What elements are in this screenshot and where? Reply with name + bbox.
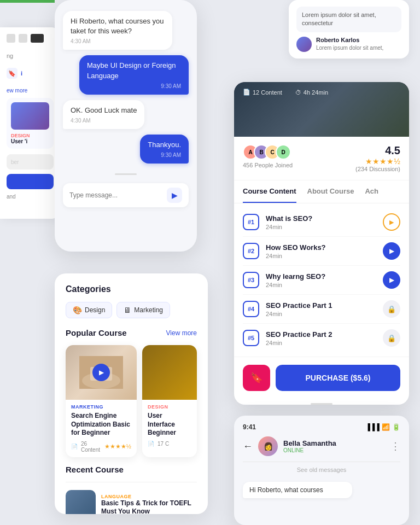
- rating-block: 4.5 ★★★★½ (234 Discussion): [355, 144, 400, 172]
- msg-text-4: Thankyou.: [148, 140, 181, 150]
- purchase-button[interactable]: PURCHASE ($5.6): [276, 365, 400, 391]
- tab-achievements[interactable]: Ach: [365, 180, 378, 203]
- duration-badge: ⏱ 4h 24min: [295, 89, 328, 96]
- screen-container: ng 🔖 i ew more DESIGN User 'i ber and Hi…: [0, 0, 420, 525]
- course-item-1: #1 What is SEO? 24min ▶: [243, 208, 400, 237]
- content-count-badge: 📄 12 Content: [243, 89, 282, 96]
- item-title-1: What is SEO?: [266, 214, 376, 223]
- item-duration-5: 24min: [266, 340, 376, 346]
- design-icon: 🎨: [73, 306, 82, 314]
- course-cards-row: ▶ MARKETING Search Engine Optimization B…: [66, 345, 197, 457]
- item-action-lock-5: 🔒: [383, 329, 400, 347]
- rating-stars: ★★★★½: [355, 157, 400, 166]
- item-number-1: #1: [243, 214, 259, 230]
- fragment-input[interactable]: ber: [7, 154, 54, 170]
- msg-text-2: Maybe UI Design or Foreign Language: [87, 61, 181, 80]
- nav-icon: 🔖: [7, 68, 18, 79]
- popular-course-title: Popular Course: [66, 328, 127, 337]
- msg-text-3: OK. Good Luck mate: [71, 106, 137, 115]
- books-image: [142, 345, 197, 400]
- view-more-fragment[interactable]: ew more: [7, 88, 54, 94]
- item-info-4: SEO Practice Part 1 24min: [266, 301, 376, 317]
- courses-panel: Categories 🎨 Design 🖥 Marketing Popular …: [55, 273, 208, 514]
- content-tabs: Course Content About Course Ach: [234, 180, 409, 203]
- chat-input[interactable]: [69, 191, 167, 199]
- see-old-messages[interactable]: See old messages: [243, 462, 400, 477]
- content-count-design: 17 C: [158, 441, 169, 447]
- chat-screen-2: 9:41 ▐▐▐ 📶 🔋 ← 👩 Bella Samantha ONLINE ⋮…: [234, 416, 409, 525]
- play-button-marketing[interactable]: ▶: [92, 364, 110, 381]
- msg-sent-1: Maybe UI Design or Foreign Language 9:30…: [79, 55, 189, 94]
- item-action-play-2[interactable]: ▶: [383, 242, 400, 260]
- course-card-body-marketing: MARKETING Search Engine Optimization Bas…: [66, 400, 137, 457]
- chat2-contact-info: Bella Samantha ONLINE: [283, 439, 336, 453]
- category-tag-marketing[interactable]: 🖥 Marketing: [116, 302, 170, 318]
- recent-course-info: LANGUAGE Basic Tips & Trick for TOEFL Mu…: [101, 494, 197, 514]
- tab-course-content[interactable]: Course Content: [243, 180, 296, 203]
- categories-title: Categories: [66, 284, 197, 294]
- signal-bars-icon: ▐▐▐: [365, 423, 380, 431]
- course-card-body-design: DESIGN User Interface Beginner 📄 17 C: [142, 400, 197, 451]
- chat2-header: ← 👩 Bella Samantha ONLINE ⋮: [243, 436, 400, 462]
- item-title-3: Why learng SEO?: [266, 272, 376, 281]
- fragment-and-text: and: [7, 194, 54, 200]
- battery-icon: [31, 34, 44, 43]
- chat-messages: Hi Roberto, what courses you taket for t…: [63, 11, 189, 169]
- wifi-icon: [19, 34, 27, 43]
- item-duration-2: 24min: [266, 253, 376, 259]
- msg-text-1: Hi Roberto, what courses you taket for t…: [71, 16, 165, 36]
- fragment-btn[interactable]: [7, 174, 54, 189]
- top-right-fragment: Lorem ipsum dolor sit amet, consectetur …: [289, 0, 409, 59]
- item-action-play-3[interactable]: ▶: [383, 271, 400, 289]
- course-meta-design: 📄 17 C: [148, 441, 191, 447]
- scroll-indicator: [115, 173, 137, 175]
- view-more-link[interactable]: View more: [166, 329, 197, 337]
- category-tags: 🎨 Design 🖥 Marketing: [66, 302, 197, 318]
- nav-item-ng[interactable]: ng: [7, 48, 54, 63]
- bookmark-button[interactable]: 🔖: [243, 365, 270, 391]
- purchase-bar: 🔖 PURCHASE ($5.6): [234, 357, 409, 399]
- chat2-status-bar: 9:41 ▐▐▐ 📶 🔋: [243, 423, 400, 431]
- msg-received-1: Hi Roberto, what courses you taket for t…: [63, 11, 172, 50]
- course-meta-marketing: 📄 26 Content ★★★★½: [71, 441, 131, 453]
- marketing-label: Marketing: [134, 306, 163, 314]
- more-options-button[interactable]: ⋮: [390, 440, 400, 452]
- content-count-text: 12 Content: [253, 89, 282, 96]
- tab-about-course[interactable]: About Course: [307, 180, 354, 203]
- recent-course-img: [66, 490, 96, 514]
- item-action-play-outline-1[interactable]: ▶: [383, 213, 400, 231]
- nav-item-active[interactable]: 🔖 i: [7, 63, 54, 83]
- item-title-2: How SEO Works?: [266, 243, 376, 252]
- detail-scroll-indicator: [311, 403, 332, 405]
- content-icon-design: 📄: [148, 441, 154, 447]
- content-count-marketing: 26 Content: [81, 441, 101, 453]
- category-tag-design[interactable]: 🎨 Design: [66, 302, 112, 318]
- item-info-5: SEO Practice Part 2 24min: [266, 330, 376, 346]
- top-bar-green: [0, 0, 55, 3]
- chat2-time: 9:41: [243, 423, 256, 431]
- course-name-marketing: Search Engine Optimization Basic for Beg…: [71, 412, 131, 438]
- rating-row: A B C D 456 People Joined 4.5 ★★★★½ (234…: [243, 144, 400, 172]
- duration-text: 4h 24min: [304, 89, 328, 96]
- nav-label: ng: [7, 52, 13, 59]
- course-card-img-design: [142, 345, 197, 400]
- joined-text: 456 People Joined: [243, 162, 293, 168]
- send-icon: ▶: [172, 191, 178, 200]
- item-info-1: What is SEO? 24min: [266, 214, 376, 230]
- back-button[interactable]: ←: [243, 441, 253, 452]
- msg-time-4: 9:30 AM: [148, 152, 181, 158]
- item-title-5: SEO Practice Part 2: [266, 330, 376, 339]
- course-detail-panel: 📄 12 Content ⏱ 4h 24min A B C D: [234, 82, 409, 405]
- wifi-icon-chat2: 📶: [382, 423, 390, 431]
- sender-name: Roberto Karlos: [316, 37, 383, 43]
- course-item-4: #4 SEO Practice Part 1 24min 🔒: [243, 295, 400, 324]
- purchase-label: PURCHASE ($5.6): [305, 374, 370, 382]
- fragment-small-card: DESIGN User 'i: [7, 98, 54, 149]
- item-info-3: Why learng SEO? 24min: [266, 272, 376, 288]
- person-image: [66, 490, 96, 514]
- avatar-4: D: [276, 144, 291, 160]
- left-fragment-panel: ng 🔖 i ew more DESIGN User 'i ber and: [0, 27, 60, 219]
- course-info-bar: A B C D 456 People Joined 4.5 ★★★★½ (234…: [234, 137, 409, 180]
- send-button[interactable]: ▶: [167, 188, 182, 203]
- item-number-5: #5: [243, 330, 259, 346]
